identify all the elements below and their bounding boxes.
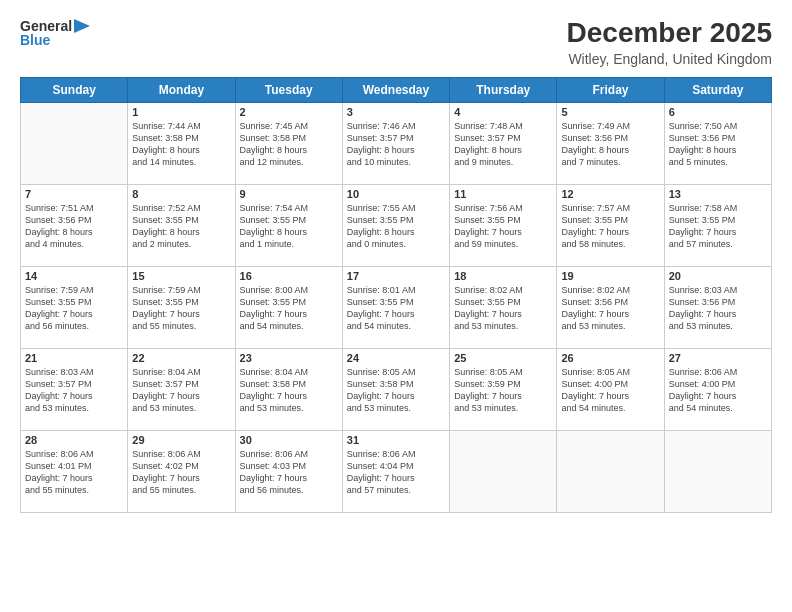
day-info: Sunrise: 7:51 AMSunset: 3:56 PMDaylight:… (25, 202, 123, 251)
day-info: Sunrise: 7:59 AMSunset: 3:55 PMDaylight:… (132, 284, 230, 333)
day-info: Sunrise: 8:04 AMSunset: 3:57 PMDaylight:… (132, 366, 230, 415)
calendar-cell: 8Sunrise: 7:52 AMSunset: 3:55 PMDaylight… (128, 184, 235, 266)
day-number: 23 (240, 352, 338, 364)
logo-text-blue: Blue (20, 32, 50, 48)
day-number: 19 (561, 270, 659, 282)
day-info: Sunrise: 8:06 AMSunset: 4:01 PMDaylight:… (25, 448, 123, 497)
calendar-cell: 10Sunrise: 7:55 AMSunset: 3:55 PMDayligh… (342, 184, 449, 266)
calendar-cell: 3Sunrise: 7:46 AMSunset: 3:57 PMDaylight… (342, 102, 449, 184)
calendar-cell: 28Sunrise: 8:06 AMSunset: 4:01 PMDayligh… (21, 430, 128, 512)
weekday-header-saturday: Saturday (664, 77, 771, 102)
day-info: Sunrise: 7:44 AMSunset: 3:58 PMDaylight:… (132, 120, 230, 169)
logo-container: General Blue (20, 18, 90, 48)
day-number: 8 (132, 188, 230, 200)
weekday-header-row: SundayMondayTuesdayWednesdayThursdayFrid… (21, 77, 772, 102)
weekday-header-wednesday: Wednesday (342, 77, 449, 102)
week-row-3: 14Sunrise: 7:59 AMSunset: 3:55 PMDayligh… (21, 266, 772, 348)
day-info: Sunrise: 8:03 AMSunset: 3:57 PMDaylight:… (25, 366, 123, 415)
weekday-header-tuesday: Tuesday (235, 77, 342, 102)
calendar-cell: 6Sunrise: 7:50 AMSunset: 3:56 PMDaylight… (664, 102, 771, 184)
calendar-cell: 16Sunrise: 8:00 AMSunset: 3:55 PMDayligh… (235, 266, 342, 348)
calendar-cell: 15Sunrise: 7:59 AMSunset: 3:55 PMDayligh… (128, 266, 235, 348)
day-number: 4 (454, 106, 552, 118)
subtitle: Witley, England, United Kingdom (567, 51, 772, 67)
day-number: 28 (25, 434, 123, 446)
day-number: 21 (25, 352, 123, 364)
weekday-header-friday: Friday (557, 77, 664, 102)
day-number: 22 (132, 352, 230, 364)
day-info: Sunrise: 7:54 AMSunset: 3:55 PMDaylight:… (240, 202, 338, 251)
weekday-header-sunday: Sunday (21, 77, 128, 102)
day-number: 26 (561, 352, 659, 364)
day-info: Sunrise: 8:05 AMSunset: 3:58 PMDaylight:… (347, 366, 445, 415)
day-number: 18 (454, 270, 552, 282)
calendar-cell: 14Sunrise: 7:59 AMSunset: 3:55 PMDayligh… (21, 266, 128, 348)
day-info: Sunrise: 7:59 AMSunset: 3:55 PMDaylight:… (25, 284, 123, 333)
day-info: Sunrise: 8:03 AMSunset: 3:56 PMDaylight:… (669, 284, 767, 333)
day-number: 30 (240, 434, 338, 446)
calendar-cell: 19Sunrise: 8:02 AMSunset: 3:56 PMDayligh… (557, 266, 664, 348)
day-number: 20 (669, 270, 767, 282)
calendar-cell: 23Sunrise: 8:04 AMSunset: 3:58 PMDayligh… (235, 348, 342, 430)
day-number: 2 (240, 106, 338, 118)
day-number: 15 (132, 270, 230, 282)
title-section: December 2025 Witley, England, United Ki… (567, 18, 772, 67)
calendar-cell: 13Sunrise: 7:58 AMSunset: 3:55 PMDayligh… (664, 184, 771, 266)
day-number: 6 (669, 106, 767, 118)
calendar-cell: 11Sunrise: 7:56 AMSunset: 3:55 PMDayligh… (450, 184, 557, 266)
weekday-header-monday: Monday (128, 77, 235, 102)
calendar-cell: 1Sunrise: 7:44 AMSunset: 3:58 PMDaylight… (128, 102, 235, 184)
week-row-2: 7Sunrise: 7:51 AMSunset: 3:56 PMDaylight… (21, 184, 772, 266)
calendar-cell: 21Sunrise: 8:03 AMSunset: 3:57 PMDayligh… (21, 348, 128, 430)
day-info: Sunrise: 8:06 AMSunset: 4:00 PMDaylight:… (669, 366, 767, 415)
day-info: Sunrise: 7:55 AMSunset: 3:55 PMDaylight:… (347, 202, 445, 251)
day-info: Sunrise: 8:06 AMSunset: 4:02 PMDaylight:… (132, 448, 230, 497)
day-number: 10 (347, 188, 445, 200)
day-info: Sunrise: 7:46 AMSunset: 3:57 PMDaylight:… (347, 120, 445, 169)
calendar-cell: 24Sunrise: 8:05 AMSunset: 3:58 PMDayligh… (342, 348, 449, 430)
day-number: 3 (347, 106, 445, 118)
calendar-cell (450, 430, 557, 512)
svg-marker-0 (74, 19, 90, 33)
day-info: Sunrise: 7:58 AMSunset: 3:55 PMDaylight:… (669, 202, 767, 251)
day-number: 12 (561, 188, 659, 200)
calendar-cell: 18Sunrise: 8:02 AMSunset: 3:55 PMDayligh… (450, 266, 557, 348)
logo: General Blue (20, 18, 90, 48)
day-number: 31 (347, 434, 445, 446)
day-number: 27 (669, 352, 767, 364)
calendar-cell: 29Sunrise: 8:06 AMSunset: 4:02 PMDayligh… (128, 430, 235, 512)
day-info: Sunrise: 8:05 AMSunset: 4:00 PMDaylight:… (561, 366, 659, 415)
day-info: Sunrise: 8:01 AMSunset: 3:55 PMDaylight:… (347, 284, 445, 333)
day-number: 9 (240, 188, 338, 200)
calendar-cell: 9Sunrise: 7:54 AMSunset: 3:55 PMDaylight… (235, 184, 342, 266)
day-info: Sunrise: 7:45 AMSunset: 3:58 PMDaylight:… (240, 120, 338, 169)
week-row-5: 28Sunrise: 8:06 AMSunset: 4:01 PMDayligh… (21, 430, 772, 512)
calendar-cell: 12Sunrise: 7:57 AMSunset: 3:55 PMDayligh… (557, 184, 664, 266)
day-info: Sunrise: 8:02 AMSunset: 3:56 PMDaylight:… (561, 284, 659, 333)
day-number: 14 (25, 270, 123, 282)
day-info: Sunrise: 7:52 AMSunset: 3:55 PMDaylight:… (132, 202, 230, 251)
calendar-cell: 20Sunrise: 8:03 AMSunset: 3:56 PMDayligh… (664, 266, 771, 348)
day-info: Sunrise: 7:49 AMSunset: 3:56 PMDaylight:… (561, 120, 659, 169)
calendar-cell: 22Sunrise: 8:04 AMSunset: 3:57 PMDayligh… (128, 348, 235, 430)
day-info: Sunrise: 7:48 AMSunset: 3:57 PMDaylight:… (454, 120, 552, 169)
day-number: 25 (454, 352, 552, 364)
calendar-cell: 2Sunrise: 7:45 AMSunset: 3:58 PMDaylight… (235, 102, 342, 184)
week-row-4: 21Sunrise: 8:03 AMSunset: 3:57 PMDayligh… (21, 348, 772, 430)
day-info: Sunrise: 8:06 AMSunset: 4:04 PMDaylight:… (347, 448, 445, 497)
day-number: 17 (347, 270, 445, 282)
header: General Blue December 2025 Witley, Engla… (20, 18, 772, 67)
day-info: Sunrise: 7:56 AMSunset: 3:55 PMDaylight:… (454, 202, 552, 251)
calendar-cell: 26Sunrise: 8:05 AMSunset: 4:00 PMDayligh… (557, 348, 664, 430)
calendar-cell (557, 430, 664, 512)
day-info: Sunrise: 8:00 AMSunset: 3:55 PMDaylight:… (240, 284, 338, 333)
day-number: 24 (347, 352, 445, 364)
day-number: 11 (454, 188, 552, 200)
main-title: December 2025 (567, 18, 772, 49)
day-number: 16 (240, 270, 338, 282)
calendar-cell (21, 102, 128, 184)
day-info: Sunrise: 8:02 AMSunset: 3:55 PMDaylight:… (454, 284, 552, 333)
day-info: Sunrise: 8:06 AMSunset: 4:03 PMDaylight:… (240, 448, 338, 497)
day-info: Sunrise: 7:50 AMSunset: 3:56 PMDaylight:… (669, 120, 767, 169)
calendar-cell: 31Sunrise: 8:06 AMSunset: 4:04 PMDayligh… (342, 430, 449, 512)
